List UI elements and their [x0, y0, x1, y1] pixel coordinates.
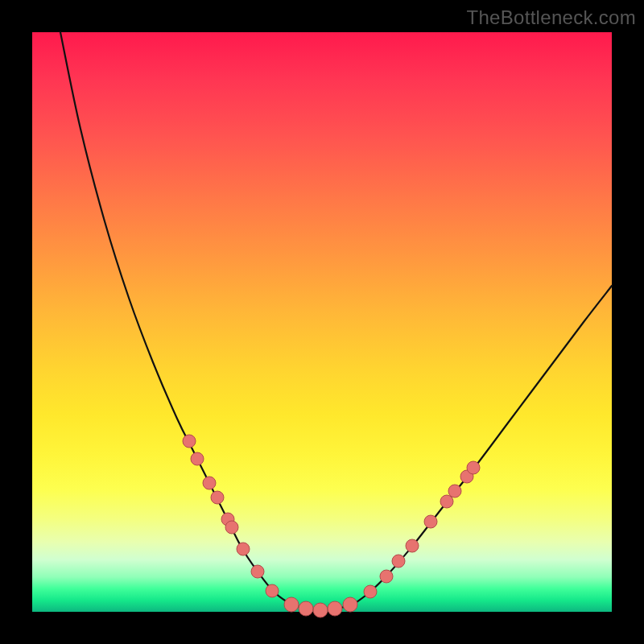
watermark-text: TheBottleneck.com [466, 6, 636, 29]
marker-dot [392, 555, 405, 568]
marker-dot [225, 521, 238, 534]
marker-dot [406, 539, 419, 552]
marker-dot [467, 461, 480, 474]
chart-container: TheBottleneck.com [0, 0, 644, 644]
marker-dot [211, 491, 224, 504]
marker-dot [424, 515, 437, 528]
marker-dot [299, 601, 313, 616]
marker-dot [284, 597, 299, 612]
marker-dot [191, 452, 204, 465]
marker-dot [203, 477, 216, 489]
curve-left-branch [60, 32, 290, 604]
curve-paths [60, 32, 612, 610]
plot-area [32, 32, 612, 612]
marker-dot [343, 597, 357, 612]
marker-dot [237, 543, 250, 555]
marker-dot [266, 584, 279, 597]
marker-dot [440, 495, 453, 508]
curve-right-branch [354, 286, 612, 604]
marker-dot [251, 565, 264, 578]
marker-dot [183, 435, 196, 448]
marker-dot [328, 601, 342, 616]
curve-svg [32, 32, 612, 612]
marker-dot [448, 485, 461, 497]
scatter-dots [183, 435, 480, 617]
marker-dot [364, 585, 377, 598]
marker-dot [313, 603, 328, 617]
marker-dot [380, 570, 393, 583]
